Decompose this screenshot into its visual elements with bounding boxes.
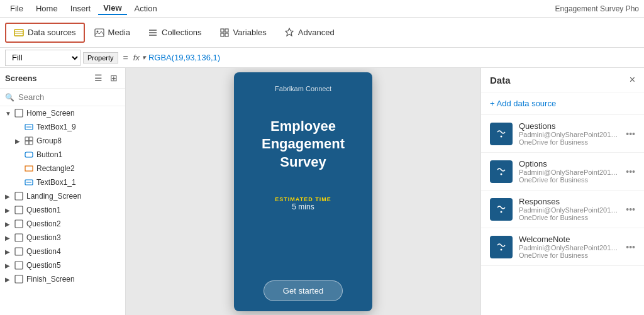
- sidebar-search: 🔍: [0, 89, 125, 106]
- svg-rect-10: [221, 33, 224, 36]
- app-card-est-value: 5 mins: [275, 202, 331, 211]
- tree-toggle-question5[interactable]: ▶: [5, 262, 14, 269]
- data-source-sub2-welcomenote: OneDrive for Business: [519, 251, 619, 259]
- svg-point-35: [501, 211, 502, 213]
- tree-toggle-home-screen[interactable]: ▼: [5, 110, 14, 117]
- sidebar-item-rectangle2[interactable]: Rectangle2: [0, 162, 125, 175]
- main-layout: Screens ☰ ⊞ 🔍 ▼ Home_Screen: [0, 68, 644, 315]
- search-input[interactable]: [18, 92, 120, 102]
- sidebar-item-question1[interactable]: ▶ Question1: [0, 203, 125, 217]
- formula-selector[interactable]: Fill: [5, 50, 80, 66]
- button-icon: [24, 150, 34, 160]
- svg-rect-26: [15, 234, 23, 241]
- svg-rect-30: [496, 128, 507, 140]
- screen-icon: [14, 108, 24, 118]
- sidebar-item-textbox1-1[interactable]: TextBox1_1: [0, 175, 125, 189]
- canvas-area[interactable]: Fabrikam Connect Employee Engagement Sur…: [126, 68, 480, 315]
- add-data-source-button[interactable]: + Add data source: [481, 92, 644, 115]
- ribbon-data-sources-button[interactable]: Data sources: [5, 23, 85, 43]
- sidebar-item-question4[interactable]: ▶ Question4: [0, 245, 125, 258]
- screen-icon-q2: [14, 219, 24, 229]
- sidebar-item-button1[interactable]: Button1: [0, 148, 125, 162]
- app-card-get-started-button[interactable]: Get started: [264, 280, 343, 301]
- svg-rect-27: [15, 248, 23, 255]
- sidebar-item-label-group8: Group8: [36, 136, 62, 145]
- ribbon-variables-button[interactable]: Variables: [211, 23, 275, 42]
- tree-toggle-finish-screen[interactable]: ▶: [5, 276, 14, 283]
- svg-rect-11: [225, 33, 228, 36]
- data-source-sub2-options: OneDrive for Business: [519, 176, 619, 184]
- window-title: Engagement Survey Pho: [555, 4, 639, 13]
- data-source-item-responses: Responses Padmini@OnlySharePoint2013.onm…: [481, 191, 644, 228]
- data-panel-header: Data ×: [481, 68, 644, 92]
- menu-view[interactable]: View: [98, 2, 126, 15]
- data-source-info-welcomenote: WelcomeNote Padmini@OnlySharePoint2013.o…: [519, 235, 619, 259]
- sidebar-item-question5[interactable]: ▶ Question5: [0, 258, 125, 272]
- sidebar-item-label-button1: Button1: [36, 150, 62, 159]
- tree-toggle-landing-screen[interactable]: ▶: [5, 193, 14, 200]
- textbox-icon: [24, 122, 34, 132]
- data-source-name-options: Options: [519, 159, 619, 169]
- sidebar-item-question2[interactable]: ▶ Question2: [0, 217, 125, 231]
- ribbon-advanced-button[interactable]: Advanced: [276, 23, 343, 42]
- search-icon: 🔍: [5, 93, 14, 102]
- data-panel-close-button[interactable]: ×: [630, 74, 635, 86]
- advanced-icon: [284, 28, 294, 38]
- data-source-info-questions: Questions Padmini@OnlySharePoint2013.onm…: [519, 121, 619, 146]
- menu-file[interactable]: File: [5, 3, 28, 14]
- data-source-more-welcomenote[interactable]: •••: [626, 242, 635, 252]
- textbox-icon-2: [24, 177, 34, 187]
- formula-value[interactable]: RGBA(19,93,136,1): [148, 53, 220, 62]
- ribbon-collections-button[interactable]: Collections: [140, 23, 210, 42]
- ribbon-media-button[interactable]: Media: [86, 23, 138, 42]
- sidebar-item-label-question1: Question1: [26, 206, 61, 214]
- variables-label: Variables: [233, 28, 267, 37]
- data-source-more-options[interactable]: •••: [626, 167, 635, 177]
- data-source-sub1-questions: Padmini@OnlySharePoint2013.onmic...: [519, 131, 619, 138]
- data-source-more-responses[interactable]: •••: [626, 204, 635, 214]
- data-source-name-welcomenote: WelcomeNote: [519, 235, 619, 244]
- sidebar-item-label-textbox1-1: TextBox1_1: [36, 178, 76, 187]
- sidebar-item-landing-screen[interactable]: ▶ Landing_Screen: [0, 189, 125, 203]
- sidebar-item-textbox1-9[interactable]: TextBox1_9: [0, 120, 125, 134]
- data-source-item-options: Options Padmini@OnlySharePoint2013.onmic…: [481, 153, 644, 191]
- group-icon: [24, 136, 34, 146]
- sidebar-header: Screens ☰ ⊞: [0, 68, 125, 89]
- data-source-sub2-responses: OneDrive for Business: [519, 214, 619, 221]
- sidebar-list-view-icon[interactable]: ☰: [92, 72, 105, 84]
- screen-icon-q3: [14, 233, 24, 243]
- sidebar-grid-view-icon[interactable]: ⊞: [108, 72, 120, 84]
- menu-home[interactable]: Home: [31, 3, 63, 14]
- tree-toggle-group8[interactable]: ▶: [15, 138, 24, 145]
- data-source-more-questions[interactable]: •••: [626, 129, 635, 139]
- data-source-sub1-welcomenote: Padmini@OnlySharePoint2013.onmic...: [519, 244, 619, 251]
- tree-toggle-question1[interactable]: ▶: [5, 207, 14, 214]
- svg-rect-28: [15, 262, 23, 269]
- sidebar-title: Screens: [5, 74, 37, 83]
- sidebar-item-label-question3: Question3: [26, 233, 61, 242]
- app-card-estimated: ESTIMATED TIME 5 mins: [275, 196, 331, 211]
- sidebar-item-label-landing-screen: Landing_Screen: [26, 192, 81, 201]
- svg-point-33: [501, 173, 502, 175]
- screen-icon-finish: [14, 274, 24, 284]
- svg-rect-0: [14, 30, 23, 36]
- data-source-icon-responses: [490, 198, 513, 221]
- tree-toggle-question2[interactable]: ▶: [5, 221, 14, 228]
- sidebar-item-question3[interactable]: ▶ Question3: [0, 231, 125, 245]
- formula-fx-icon[interactable]: fx ▾: [133, 53, 146, 62]
- ribbon: Data sources Media Collections Variables…: [0, 18, 644, 48]
- sidebar-item-label-rectangle2: Rectangle2: [36, 164, 75, 173]
- collections-icon: [148, 28, 158, 38]
- sidebar-item-home-screen[interactable]: ▼ Home_Screen: [0, 106, 125, 120]
- tree-toggle-question4[interactable]: ▶: [5, 248, 14, 255]
- menu-insert[interactable]: Insert: [65, 3, 96, 14]
- collections-label: Collections: [162, 28, 202, 37]
- app-preview-card: Fabrikam Connect Employee Engagement Sur…: [234, 72, 372, 311]
- data-source-name-questions: Questions: [519, 121, 619, 131]
- data-source-icon-questions: [490, 123, 513, 145]
- tree-toggle-question3[interactable]: ▶: [5, 235, 14, 241]
- sidebar-item-group8[interactable]: ▶ Group8: [0, 134, 125, 148]
- data-source-item-welcomenote: WelcomeNote Padmini@OnlySharePoint2013.o…: [481, 228, 644, 266]
- menu-action[interactable]: Action: [130, 3, 162, 14]
- sidebar-item-finish-screen[interactable]: ▶ Finish_Screen: [0, 272, 125, 286]
